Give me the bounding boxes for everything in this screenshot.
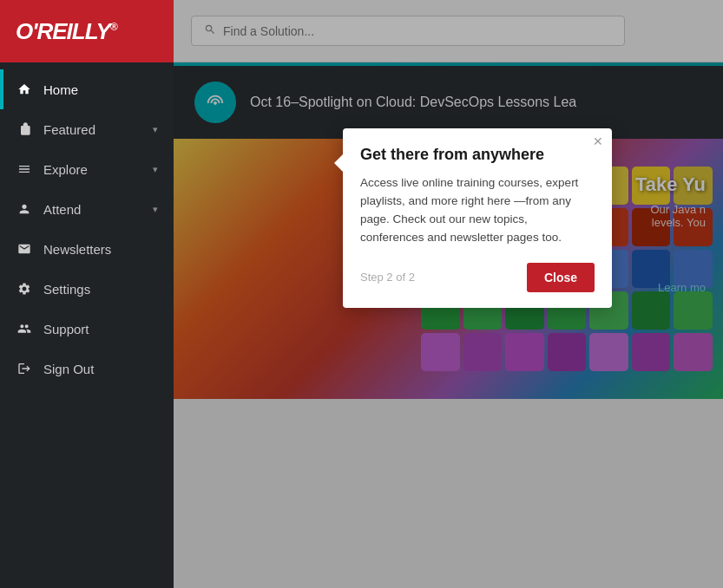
sidebar-item-explore-label: Explore <box>43 162 142 177</box>
featured-chevron-icon: ▾ <box>153 124 158 135</box>
tooltip-close-button[interactable]: Close <box>527 263 595 292</box>
attend-chevron-icon: ▾ <box>153 204 158 215</box>
tooltip-arrow <box>334 154 343 172</box>
tooltip-title: Get there from anywhere <box>360 146 595 164</box>
sidebar-logo: O'REILLY® <box>0 0 174 62</box>
sidebar-item-attend-label: Attend <box>43 202 142 217</box>
tooltip-close-x[interactable]: ✕ <box>593 135 603 147</box>
logo-reg: ® <box>110 21 117 33</box>
sidebar-item-signout-label: Sign Out <box>43 362 158 376</box>
featured-icon <box>16 121 33 138</box>
main-content: Oct 16–Spotlight on Cloud: DevSecOps Les… <box>174 0 723 588</box>
explore-icon <box>16 160 33 178</box>
sidebar-item-home[interactable]: Home <box>0 69 174 109</box>
sidebar-item-attend[interactable]: Attend ▾ <box>0 189 174 229</box>
sidebar-item-newsletters[interactable]: Newsletters <box>0 229 174 269</box>
sidebar-item-featured[interactable]: Featured ▾ <box>0 109 174 149</box>
sidebar-item-signout[interactable]: Sign Out <box>0 349 174 389</box>
tooltip-step: Step 2 of 2 <box>360 271 415 284</box>
tooltip-footer: Step 2 of 2 Close <box>360 263 595 292</box>
tooltip-body: Access live online training courses, exp… <box>360 174 595 247</box>
home-icon <box>16 81 33 98</box>
sidebar-item-explore[interactable]: Explore ▾ <box>0 149 174 189</box>
tooltip-popup: ✕ Get there from anywhere Access live on… <box>343 128 612 308</box>
sidebar-nav: Home Featured ▾ Explore ▾ At <box>0 62 174 588</box>
logo-text: O'REILLY® <box>16 18 117 45</box>
sidebar: O'REILLY® Home Featured ▾ <box>0 0 174 588</box>
signout-icon <box>16 360 33 377</box>
support-icon <box>16 320 33 337</box>
newsletters-icon <box>16 240 33 258</box>
attend-icon <box>16 200 33 218</box>
app-container: O'REILLY® Home Featured ▾ <box>0 0 723 588</box>
settings-icon <box>16 280 33 297</box>
sidebar-item-support-label: Support <box>43 322 158 336</box>
sidebar-item-settings-label: Settings <box>43 282 158 297</box>
sidebar-item-newsletters-label: Newsletters <box>43 242 158 257</box>
explore-chevron-icon: ▾ <box>153 164 158 175</box>
sidebar-item-support[interactable]: Support <box>0 309 174 349</box>
sidebar-item-settings[interactable]: Settings <box>0 269 174 309</box>
sidebar-item-home-label: Home <box>43 82 158 97</box>
sidebar-item-featured-label: Featured <box>43 122 142 137</box>
